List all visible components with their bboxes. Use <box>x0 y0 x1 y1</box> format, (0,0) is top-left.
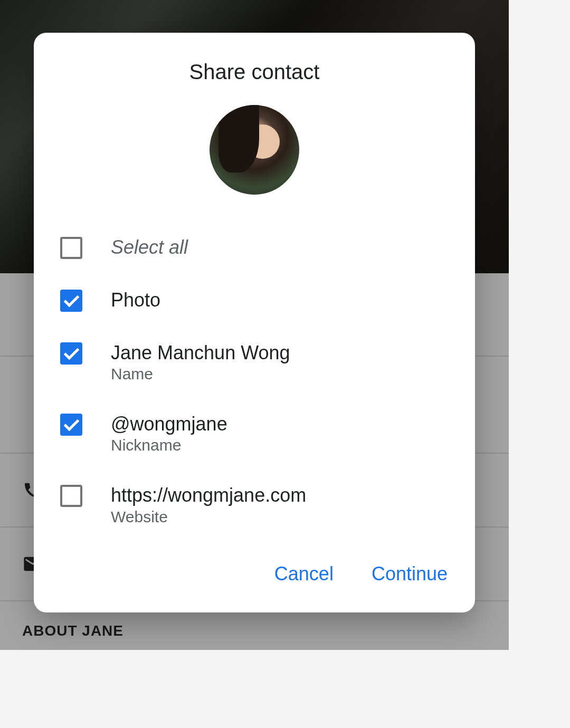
name-text: Jane Manchun Wong Name <box>111 341 449 383</box>
name-checkbox[interactable] <box>60 342 82 365</box>
share-item-website[interactable]: https://wongmjane.com Website <box>60 469 449 540</box>
website-value: https://wongmjane.com <box>111 484 449 506</box>
website-text: https://wongmjane.com Website <box>111 484 449 525</box>
photo-checkbox[interactable] <box>60 290 82 312</box>
website-checkbox[interactable] <box>60 485 82 507</box>
name-value: Jane Manchun Wong <box>111 341 449 364</box>
select-all-row[interactable]: Select all <box>60 221 449 274</box>
share-item-nickname[interactable]: @wongmjane Nickname <box>60 398 449 469</box>
website-field-label: Website <box>111 508 449 526</box>
avatar-container <box>34 105 475 221</box>
contact-avatar <box>210 105 299 195</box>
nickname-text: @wongmjane Nickname <box>111 413 449 454</box>
name-field-label: Name <box>111 365 449 383</box>
select-all-text: Select all <box>111 236 449 258</box>
nickname-field-label: Nickname <box>111 436 449 454</box>
photo-text: Photo <box>111 289 449 311</box>
dialog-actions: Cancel Continue <box>34 541 475 612</box>
nickname-value: @wongmjane <box>111 413 449 435</box>
photo-label: Photo <box>111 289 449 311</box>
share-options-list: Select all Photo Jane Manchun Wong Name … <box>34 221 475 541</box>
continue-button[interactable]: Continue <box>367 559 452 589</box>
share-contact-dialog: Share contact Select all Photo Jane Manc… <box>34 33 475 612</box>
share-item-photo[interactable]: Photo <box>60 274 449 327</box>
cancel-button[interactable]: Cancel <box>270 559 338 589</box>
select-all-checkbox[interactable] <box>60 237 82 259</box>
select-all-label: Select all <box>111 236 449 258</box>
share-item-name[interactable]: Jane Manchun Wong Name <box>60 327 449 398</box>
nickname-checkbox[interactable] <box>60 414 82 436</box>
dialog-title: Share contact <box>34 33 475 105</box>
